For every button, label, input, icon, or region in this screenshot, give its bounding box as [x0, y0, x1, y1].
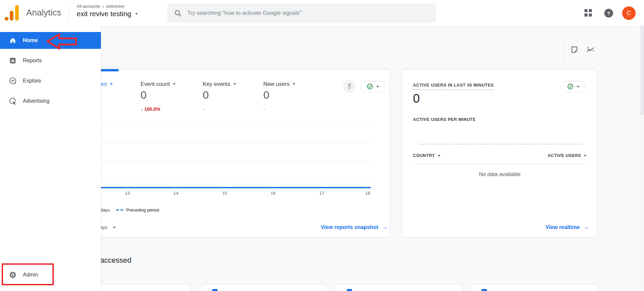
- recent-card[interactable]: [200, 284, 328, 291]
- chart-series-line: [73, 187, 371, 188]
- recent-card[interactable]: [335, 284, 463, 291]
- country-column-label: COUNTRY: [413, 153, 435, 158]
- chart-gridline: [73, 124, 371, 124]
- sidebar-item-reports[interactable]: Reports: [0, 52, 101, 69]
- report-icon: [212, 289, 218, 291]
- apps-grid-icon[interactable]: [584, 9, 593, 17]
- legend-preceding-period: Preceding period: [116, 207, 159, 213]
- header-divider: [68, 6, 69, 20]
- explore-icon: [9, 77, 17, 85]
- arrow-right-icon: →: [583, 224, 589, 231]
- notes-icon-svg: [570, 45, 579, 54]
- data-quality-dropdown[interactable]: [361, 81, 385, 92]
- metric-key-events-label: Key events: [203, 81, 230, 87]
- chart-gridline: [73, 142, 371, 142]
- realtime-col-country[interactable]: COUNTRY: [413, 153, 441, 158]
- search-input[interactable]: [187, 10, 429, 16]
- realtime-data-quality-dropdown[interactable]: [561, 81, 585, 92]
- chevron-down-icon: [577, 86, 579, 88]
- view-realtime-link[interactable]: View realtime →: [545, 224, 589, 231]
- realtime-col-active-users[interactable]: ACTIVE USERS: [547, 153, 586, 158]
- metric-event-count-label: Event count: [141, 81, 170, 87]
- x-axis-tick: 16: [266, 191, 280, 196]
- view-realtime-label: View realtime: [545, 224, 580, 230]
- sidebar-item-label: Explore: [23, 78, 41, 84]
- sidebar-item-label: Home: [23, 37, 38, 43]
- x-axis-tick: 13: [121, 191, 134, 196]
- check-circle-icon: [567, 83, 574, 90]
- metric-event-count[interactable]: Event count: [141, 81, 176, 87]
- realtime-title: ACTIVE USERS IN LAST 30 MINUTES: [413, 83, 494, 90]
- realtime-per-minute-label: ACTIVE USERS PER MINUTE: [413, 117, 476, 122]
- legend-dash-swatch: [120, 209, 123, 211]
- x-axis-tick: 14: [169, 191, 183, 196]
- chevron-down-icon: [584, 155, 586, 157]
- realtime-empty-message: No data available: [413, 171, 586, 177]
- recent-card[interactable]: [469, 284, 598, 291]
- breadcrumb[interactable]: All accounts › exitrevive: [77, 3, 124, 9]
- metric-new-users[interactable]: New users: [263, 81, 295, 87]
- breadcrumb-account[interactable]: exitrevive: [106, 4, 124, 9]
- check-circle-icon: [367, 83, 373, 90]
- chevron-down-icon: [376, 86, 379, 88]
- breadcrumb-root[interactable]: All accounts: [77, 4, 100, 9]
- legend-preceding-label: Preceding period: [126, 207, 159, 213]
- page-actions-divider: [564, 38, 565, 61]
- report-icon: [347, 289, 352, 291]
- view-reports-snapshot-link[interactable]: View reports snapshot →: [321, 224, 388, 231]
- home-icon: [9, 36, 17, 44]
- chevron-down-icon: [110, 83, 113, 85]
- chart-gridline: [73, 179, 371, 179]
- benchmark-medal-icon[interactable]: [343, 80, 356, 93]
- metric-key-events-delta: -: [203, 106, 204, 112]
- scrollbar-thumb[interactable]: [641, 26, 644, 115]
- x-axis-tick: 15: [218, 191, 231, 196]
- sidebar-item-label: Admin: [23, 272, 38, 278]
- notes-icon[interactable]: [569, 44, 580, 56]
- chevron-down-icon: [173, 83, 176, 85]
- x-axis-tick: 18: [361, 191, 375, 196]
- scrollbar-track: [640, 26, 644, 291]
- metric-new-users-value: 0: [263, 89, 269, 101]
- reports-icon: [9, 57, 17, 65]
- arrow-right-icon: →: [382, 224, 388, 231]
- realtime-sparkline-baseline: [419, 144, 582, 144]
- active-users-column-label: ACTIVE USERS: [547, 153, 581, 158]
- metric-event-count-delta: ↓ 100.0%: [141, 106, 160, 112]
- sidebar-item-admin[interactable]: ⚙ Admin: [0, 266, 101, 283]
- chevron-down-icon: [233, 83, 236, 85]
- navigation-sidebar: Home Reports Explore: [0, 26, 101, 291]
- analytics-logo-icon[interactable]: [5, 5, 19, 21]
- insights-icon-svg: [585, 45, 595, 55]
- chart-gridline: [73, 160, 371, 161]
- realtime-active-users-value: 0: [413, 92, 420, 106]
- view-reports-snapshot-label: View reports snapshot: [321, 224, 378, 230]
- metric-new-users-label: New users: [263, 81, 290, 87]
- insights-icon[interactable]: [584, 44, 596, 56]
- chevron-down-icon: [438, 155, 441, 157]
- search-bar[interactable]: [167, 3, 436, 23]
- gear-icon: ⚙: [9, 271, 17, 279]
- product-name: Analytics: [26, 7, 61, 18]
- metric-new-users-delta: -: [263, 106, 265, 112]
- chevron-down-icon: [135, 13, 138, 15]
- property-name: exit revive testing: [77, 10, 131, 18]
- overview-card: [62, 69, 390, 237]
- property-switcher[interactable]: exit revive testing: [77, 10, 138, 18]
- metric-event-count-value: 0: [141, 89, 147, 101]
- sidebar-item-home[interactable]: Home: [0, 32, 101, 49]
- help-icon[interactable]: ?: [604, 9, 613, 18]
- sidebar-item-advertising[interactable]: Advertising: [0, 93, 101, 109]
- report-icon: [482, 289, 487, 291]
- sidebar-item-label: Reports: [23, 58, 42, 64]
- legend-dash-swatch: [116, 209, 119, 211]
- sidebar-item-explore[interactable]: Explore: [0, 72, 101, 89]
- delta-value: 100.0%: [144, 106, 160, 112]
- x-axis-tick: 17: [315, 191, 329, 196]
- medal-icon-svg: [346, 83, 353, 90]
- app-header: Analytics All accounts › exitrevive exit…: [0, 0, 644, 26]
- chevron-right-icon: ›: [102, 3, 104, 9]
- avatar[interactable]: C: [622, 6, 636, 20]
- metric-key-events[interactable]: Key events: [203, 81, 236, 87]
- chevron-down-icon: [113, 227, 116, 228]
